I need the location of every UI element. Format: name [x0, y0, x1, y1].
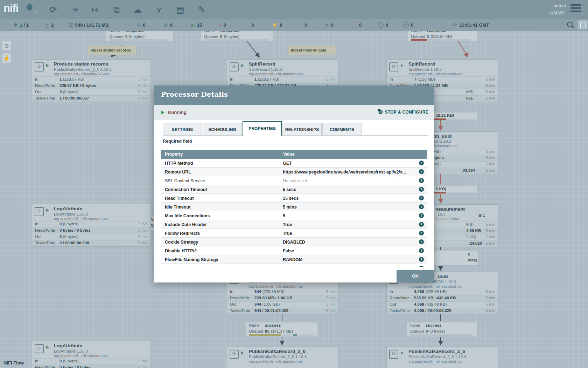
queue-indicator-bar — [447, 118, 475, 120]
tab-comments[interactable]: COMMENTS — [322, 123, 362, 136]
property-value: False — [279, 246, 399, 255]
stat-label: Tasks/Time — [230, 308, 250, 313]
processor-publish-kafka-mid[interactable]: ⟳PublishKafkaRecord_2_6PublishKafkaRecor… — [227, 347, 339, 368]
connection-name-label: Name — [410, 322, 426, 328]
invalid-icon: ⚠ — [245, 22, 250, 28]
processor-split-record-1[interactable]: ⟳SplitRecordSplitRecord 1.16.3org.apache… — [227, 59, 339, 89]
property-row[interactable]: Cookie Strategy?DISABLED — [161, 238, 427, 246]
input-port-icon[interactable]: ⇥ — [66, 2, 82, 17]
processor-log-attribute-2[interactable]: ⟳LogAttributeLogAttribute 1.16.3org.apac… — [32, 341, 151, 368]
stat-timeframe: 5 min — [138, 83, 148, 88]
property-row[interactable]: Connection Timeout?5 secs — [161, 185, 427, 194]
property-value: GET — [279, 159, 399, 167]
queue-fragment-text: 5 KB) — [436, 187, 446, 191]
property-row[interactable]: Follow Redirects?True — [161, 229, 427, 238]
stat-timeframe: 5 min — [326, 308, 336, 313]
property-row[interactable]: HTTP Method?GET — [161, 159, 427, 168]
stop-and-configure-button[interactable]: ⚙ STOP & CONFIGURE — [378, 109, 428, 115]
stat-timeframe: 5 min — [138, 222, 148, 226]
queue-indicator-bar — [434, 118, 446, 120]
stat-timeframe: 5 min — [138, 228, 148, 232]
remote-groups-icon: ⣿ — [46, 22, 49, 28]
processor-stats: In0 (0 bytes)5 minRead/Write0 bytes / 0 … — [32, 358, 150, 368]
stat-value-fragment: MB) — [466, 222, 474, 226]
property-value: No value set — [279, 264, 399, 267]
processor-stat-row: Out0 (0 bytes)5 min — [32, 89, 150, 95]
stat-label: In — [390, 289, 393, 294]
processor-title: LogAttribute — [54, 206, 82, 211]
navigate-palette-button[interactable]: ◎ — [1, 41, 12, 51]
tab-properties[interactable]: PROPERTIES — [243, 121, 282, 136]
running-count: 15 — [197, 22, 202, 28]
template-icon[interactable]: ▤ — [173, 2, 188, 17]
property-row[interactable]: Max Idle Connections?5 — [161, 211, 427, 220]
funnel-icon[interactable]: ⋎ — [151, 2, 167, 17]
processor-stats: In4,068 (528.59 KB)5 minRead/Write528.59… — [387, 289, 498, 314]
label-ingest-station-records[interactable]: Ingest station records — [88, 46, 136, 55]
label-ingest-historic-data[interactable]: Ingest historic data — [288, 46, 336, 55]
property-row[interactable]: Disable HTTP/2?False — [161, 246, 427, 255]
stat-value: 0 / 00:00:00.000 — [59, 241, 89, 245]
property-row[interactable]: Read Timeout?15 secs — [161, 194, 427, 203]
property-row[interactable]: Attributes to Send?No value set — [161, 264, 427, 267]
output-port-icon[interactable]: ↦ — [88, 2, 103, 17]
processor-icon[interactable]: ⟳ — [46, 2, 61, 17]
transmitting-icon: ◎ — [136, 22, 141, 28]
required-field-label: Required field — [163, 139, 192, 144]
processor-produce-station-records[interactable]: ⟳Produce station recordsPublishKafkaReco… — [32, 59, 151, 102]
tab-relationships[interactable]: RELATIONSHIPS — [282, 123, 322, 136]
stat-value-fragment: :24.020 — [468, 241, 482, 245]
dialog-tabs: SETTINGSSCHEDULINGPROPERTIESRELATIONSHIP… — [163, 122, 428, 136]
stat-value: 0 (0 bytes) — [59, 222, 78, 226]
queue-frag-18-21[interactable]: 18.21 KB) — [434, 112, 477, 120]
transmitting-count: 0 — [143, 22, 145, 28]
sync-failure-count: 0 — [411, 22, 413, 28]
process-group-icon[interactable]: ⧉ — [109, 2, 124, 17]
property-name: Follow Redirects — [161, 229, 279, 237]
property-row-spacer — [399, 238, 427, 246]
tab-scheduling[interactable]: SCHEDULING — [203, 123, 242, 136]
property-row-spacer — [399, 194, 427, 202]
global-menu-icon[interactable] — [570, 4, 581, 14]
connection-queued-size: (0 bytes) — [429, 329, 445, 333]
stat-label: Read/Write — [35, 228, 55, 232]
operate-palette-button[interactable]: ☝ — [1, 53, 12, 63]
stat-value: 4,068 (432.48 KB) — [414, 302, 447, 306]
queue-frag-5kb[interactable]: 5 KB) — [434, 186, 477, 194]
property-row[interactable]: FlowFile Naming Strategy?RANDOM — [161, 255, 427, 264]
remote-process-group-icon[interactable]: ☁ — [130, 2, 145, 17]
stat-label: Out — [35, 234, 42, 239]
connection-label-success-right[interactable]: NamesuccessQueued0(0 bytes) — [406, 322, 477, 337]
stat-label: In — [35, 77, 38, 81]
property-row[interactable]: Include Date Header?True — [161, 220, 427, 229]
processor-header: ⟳PublishKafkaRecord_2_6PublishKafkaRecor… — [387, 347, 498, 364]
status-stale: ↑0 — [351, 19, 362, 31]
connection-label-success-mid[interactable]: NamesuccessQueued85(141.37 MB) — [246, 322, 318, 337]
connection-queued-label: Queued — [410, 328, 426, 334]
label-icon[interactable]: ✎ — [194, 2, 209, 17]
stat-value: 1 (228.57 KB) — [254, 77, 279, 81]
logout-link[interactable]: LOG OUT — [550, 10, 566, 14]
property-value: https://www.pegelonline.wsv.de/webservic… — [279, 168, 399, 176]
refresh-icon[interactable]: ⟳ — [453, 22, 457, 28]
queue-indicator-bar — [293, 334, 297, 336]
property-row-spacer — [399, 255, 427, 264]
property-row[interactable]: SSL Context Service?No value set — [161, 176, 427, 185]
side-panel-button[interactable] — [578, 20, 588, 29]
processor-publish-kafka-right[interactable]: ⟳PublishKafkaRecord_2_6PublishKafkaRecor… — [386, 347, 498, 368]
ok-button[interactable]: OK — [397, 270, 434, 282]
queue-frag-bytes[interactable]: eytes) — [434, 251, 478, 266]
dialog-header: Processor Details — [154, 86, 434, 105]
tab-settings[interactable]: SETTINGS — [163, 123, 202, 136]
queued-count: 549 / 141.71 MB — [75, 22, 109, 28]
properties-table-body: HTTP Method?GETRemote URL?https://www.pe… — [161, 159, 427, 267]
property-row[interactable]: Remote URL?https://www.pegelonline.wsv.d… — [161, 168, 427, 176]
stat-label: Out — [230, 302, 237, 306]
search-icon[interactable] — [567, 22, 573, 27]
property-row[interactable]: Idle Timeout?5 mins — [161, 203, 427, 211]
processor-title: PublishKafkaRecord_2_6 — [249, 349, 306, 354]
processor-stat-row: In1 (228.57 KB)5 min — [32, 76, 150, 83]
breadcrumb[interactable]: NiFi Flow — [4, 360, 24, 366]
stat-value: 0 (0 bytes) — [59, 359, 78, 363]
processor-log-attribute-1[interactable]: ⟳LogAttributeLogAttribute 1.16.3org.apac… — [32, 204, 151, 247]
